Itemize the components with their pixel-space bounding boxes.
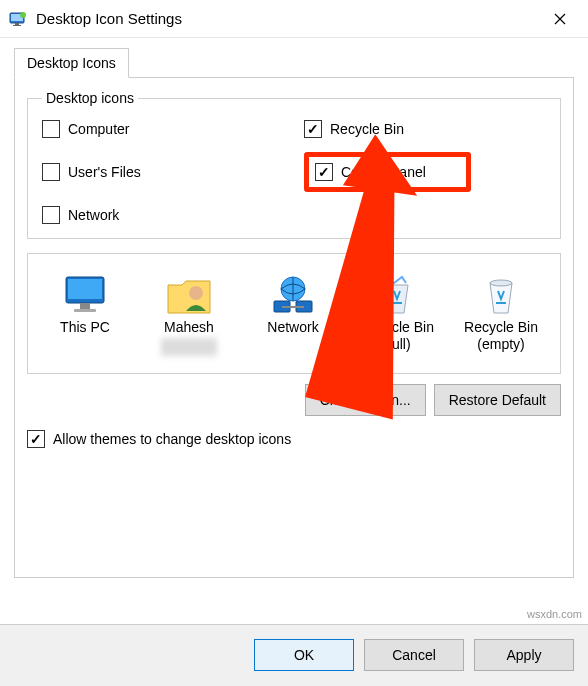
recycle-bin-full-icon: [369, 271, 425, 319]
tab-desktop-icons[interactable]: Desktop Icons: [14, 48, 129, 78]
svg-rect-8: [74, 309, 96, 312]
icon-network[interactable]: Network: [244, 266, 342, 361]
checkbox-label: Control Panel: [341, 164, 426, 180]
user-folder-icon: [161, 271, 217, 319]
svg-point-9: [189, 286, 203, 300]
checkbox-users-files[interactable]: User's Files: [42, 152, 284, 192]
blurred-text: [161, 338, 217, 356]
change-icon-button[interactable]: Change Icon...: [305, 384, 426, 416]
svg-rect-2: [15, 23, 19, 25]
checkbox-box: [42, 163, 60, 181]
icon-user-folder[interactable]: Mahesh: [140, 266, 238, 361]
icon-this-pc[interactable]: This PC: [36, 266, 134, 361]
checkbox-label: Allow themes to change desktop icons: [53, 431, 291, 447]
checkbox-label: User's Files: [68, 164, 141, 180]
highlight-control-panel: Control Panel: [304, 152, 471, 192]
checkbox-box: [42, 206, 60, 224]
checkbox-label: Recycle Bin: [330, 121, 404, 137]
svg-rect-7: [80, 303, 90, 309]
icon-label: Recycle Bin (empty): [455, 319, 547, 353]
dialog-footer: OK Cancel Apply: [0, 624, 588, 686]
icon-buttons-row: Change Icon... Restore Default: [27, 384, 561, 416]
cancel-button[interactable]: Cancel: [364, 639, 464, 671]
checkbox-allow-themes[interactable]: Allow themes to change desktop icons: [27, 430, 561, 448]
app-icon: [8, 9, 28, 29]
icon-label: Mahesh: [164, 319, 214, 336]
icon-recycle-bin-empty[interactable]: Recycle Bin (empty): [452, 266, 550, 361]
watermark: wsxdn.com: [527, 608, 582, 620]
desktop-icons-group: Desktop icons Computer Recycle Bin User'…: [27, 90, 561, 239]
close-button[interactable]: [540, 4, 580, 34]
window-title: Desktop Icon Settings: [36, 10, 540, 27]
svg-point-4: [20, 12, 26, 18]
svg-rect-6: [68, 279, 102, 299]
checkbox-box: [315, 163, 333, 181]
dialog-body: Desktop Icons Desktop icons Computer Rec…: [0, 38, 588, 592]
checkbox-label: Computer: [68, 121, 129, 137]
tab-content: Desktop icons Computer Recycle Bin User'…: [14, 78, 574, 578]
icon-label: Recycle Bin (full): [351, 319, 443, 353]
icon-label: This PC: [60, 319, 110, 336]
checkbox-network[interactable]: Network: [42, 206, 284, 224]
restore-default-button[interactable]: Restore Default: [434, 384, 561, 416]
svg-rect-3: [13, 25, 21, 26]
checkbox-label: Network: [68, 207, 119, 223]
checkbox-box: [27, 430, 45, 448]
svg-point-13: [490, 280, 512, 286]
tab-strip: Desktop Icons: [14, 48, 574, 78]
ok-button[interactable]: OK: [254, 639, 354, 671]
checkbox-box: [42, 120, 60, 138]
checkbox-computer[interactable]: Computer: [42, 120, 284, 138]
icon-label: Network: [267, 319, 318, 336]
checkbox-control-panel[interactable]: Control Panel: [315, 163, 426, 181]
icon-preview-panel: This PC Mahesh: [27, 253, 561, 374]
monitor-icon: [57, 271, 113, 319]
title-bar: Desktop Icon Settings: [0, 0, 588, 38]
recycle-bin-empty-icon: [473, 271, 529, 319]
desktop-icons-legend: Desktop icons: [42, 90, 138, 106]
checkbox-recycle-bin[interactable]: Recycle Bin: [304, 120, 546, 138]
apply-button[interactable]: Apply: [474, 639, 574, 671]
icon-recycle-bin-full[interactable]: Recycle Bin (full): [348, 266, 446, 361]
network-icon: [265, 271, 321, 319]
checkbox-box: [304, 120, 322, 138]
